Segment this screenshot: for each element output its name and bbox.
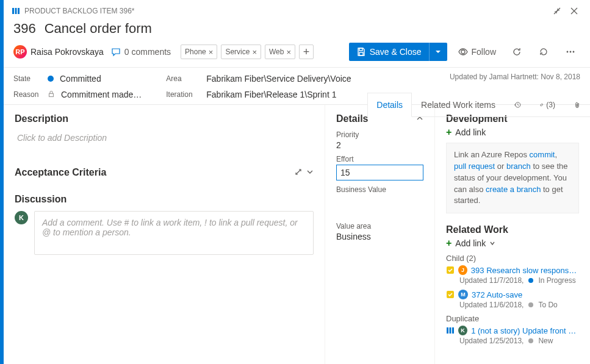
description-placeholder[interactable]: Click to add Description <box>15 130 314 156</box>
tab-links[interactable]: (3) <box>530 93 564 117</box>
svg-rect-15 <box>447 327 448 334</box>
tag-phone[interactable]: Phone× <box>181 45 217 59</box>
plus-icon: + <box>446 238 451 249</box>
link-branch[interactable]: branch <box>506 162 531 171</box>
avatar: K <box>458 326 467 335</box>
chevron-down-icon[interactable] <box>306 168 314 177</box>
close-icon[interactable] <box>566 4 583 18</box>
state-dot-icon <box>528 302 533 307</box>
comments-button[interactable]: 0 comments <box>111 47 171 57</box>
refresh-icon[interactable] <box>507 43 527 61</box>
state-dot-icon <box>528 338 533 343</box>
priority-label: Priority <box>336 130 423 139</box>
effort-input[interactable] <box>336 165 423 180</box>
restore-down-icon[interactable] <box>549 4 566 18</box>
development-hint: Link an Azure Repos commit, pull request… <box>446 143 579 213</box>
undo-icon[interactable] <box>534 43 553 61</box>
svg-rect-5 <box>359 48 362 51</box>
follow-label: Follow <box>472 47 496 57</box>
work-item-title[interactable]: Cancel order form <box>45 21 152 37</box>
state-dot-icon <box>528 278 533 283</box>
avatar: RP <box>13 45 27 59</box>
save-close-button[interactable]: Save & Close <box>349 43 447 61</box>
svg-rect-0 <box>12 8 14 14</box>
tag-web[interactable]: Web× <box>265 45 295 59</box>
updated-by-text: Updated by Jamal Hartnett: Nov 8, 2018 <box>450 73 580 81</box>
state-label: State <box>13 74 41 83</box>
tab-attachments[interactable] <box>564 93 590 117</box>
svg-rect-17 <box>452 327 454 334</box>
tab-details[interactable]: Details <box>367 93 412 117</box>
lock-icon <box>48 90 55 99</box>
work-item-tabs: Details Related Work items (3) <box>367 93 590 117</box>
value-area-value[interactable]: Business <box>336 232 423 241</box>
link-create-branch[interactable]: create a branch <box>486 185 541 194</box>
value-area-label: Value area <box>336 222 423 230</box>
related-item-updated: Updated 11/6/2018, <box>459 301 523 309</box>
tab-history[interactable] <box>505 93 530 117</box>
related-item[interactable]: J 393 Research slow response ti… <box>446 265 579 275</box>
business-value-value[interactable] <box>336 195 423 205</box>
chevron-down-icon <box>489 240 495 246</box>
priority-value[interactable]: 2 <box>336 140 423 150</box>
svg-rect-11 <box>49 94 54 97</box>
discussion-heading: Discussion <box>15 194 67 205</box>
tag-remove-icon[interactable]: × <box>286 48 291 57</box>
dev-add-link-button[interactable]: + Add link <box>446 127 579 138</box>
follow-button[interactable]: Follow <box>455 43 500 61</box>
related-item[interactable]: M 372 Auto-save <box>446 290 579 299</box>
svg-rect-6 <box>359 52 363 55</box>
related-item[interactable]: K 1 (not a story) Update front pa… <box>446 326 579 335</box>
duplicate-group-label: Duplicate <box>446 314 579 323</box>
link-pull-request[interactable]: pull request <box>454 162 495 171</box>
svg-rect-1 <box>15 8 17 14</box>
svg-rect-2 <box>18 8 20 14</box>
related-item-state: New <box>538 337 553 345</box>
effort-label: Effort <box>336 155 423 163</box>
details-heading: Details <box>336 113 368 124</box>
tag-service[interactable]: Service× <box>221 45 261 59</box>
avatar: K <box>15 211 28 224</box>
state-dot-icon <box>48 76 54 82</box>
child-group-label: Child (2) <box>446 254 579 263</box>
window-title: PRODUCT BACKLOG ITEM 396* <box>24 7 549 15</box>
save-dropdown-icon[interactable] <box>429 43 447 61</box>
svg-point-9 <box>570 51 572 53</box>
tag-remove-icon[interactable]: × <box>209 48 214 57</box>
tab-related-work-items[interactable]: Related Work items <box>412 93 505 117</box>
more-actions-icon[interactable] <box>561 43 580 61</box>
description-heading: Description <box>15 113 68 124</box>
related-work-heading: Related Work <box>446 224 579 235</box>
acceptance-criteria-heading: Acceptance Criteria <box>15 167 106 178</box>
svg-point-10 <box>573 51 575 53</box>
related-item-updated: Updated 11/7/2018, <box>459 276 523 285</box>
avatar: J <box>458 265 467 275</box>
svg-point-7 <box>461 50 465 54</box>
related-add-link-button[interactable]: + Add link <box>446 238 579 249</box>
tag-add-button[interactable]: + <box>299 45 314 59</box>
link-commit[interactable]: commit <box>530 150 555 159</box>
svg-rect-16 <box>450 327 451 334</box>
state-value[interactable]: Committed <box>60 74 101 84</box>
business-value-label: Business Value <box>336 185 423 194</box>
assignee-picker[interactable]: RP Raisa Pokrovskaya <box>13 45 104 59</box>
area-value[interactable]: Fabrikam Fiber\Service Delivery\Voice <box>206 74 351 84</box>
comments-count-label: 0 comments <box>124 47 171 57</box>
area-label: Area <box>166 74 200 83</box>
related-item-updated: Updated 1/25/2013, <box>459 337 523 345</box>
work-item-type-icon <box>11 6 21 16</box>
tags-list: Phone× Service× Web× + <box>181 45 314 59</box>
reason-value[interactable]: Commitment made… <box>61 90 142 99</box>
related-item-state: To Do <box>538 301 557 309</box>
iteration-label: Iteration <box>166 90 200 99</box>
tag-remove-icon[interactable]: × <box>252 48 257 57</box>
work-item-id: 396 <box>13 21 36 37</box>
plus-icon: + <box>446 127 451 138</box>
comment-input[interactable]: Add a comment. Use # to link a work item… <box>34 211 314 255</box>
reason-label: Reason <box>13 90 41 99</box>
save-close-label: Save & Close <box>370 47 422 57</box>
iteration-value[interactable]: Fabrikam Fiber\Release 1\Sprint 1 <box>206 90 336 99</box>
related-item-state: In Progress <box>538 276 575 285</box>
svg-point-8 <box>567 51 569 53</box>
expand-icon[interactable] <box>294 168 303 178</box>
